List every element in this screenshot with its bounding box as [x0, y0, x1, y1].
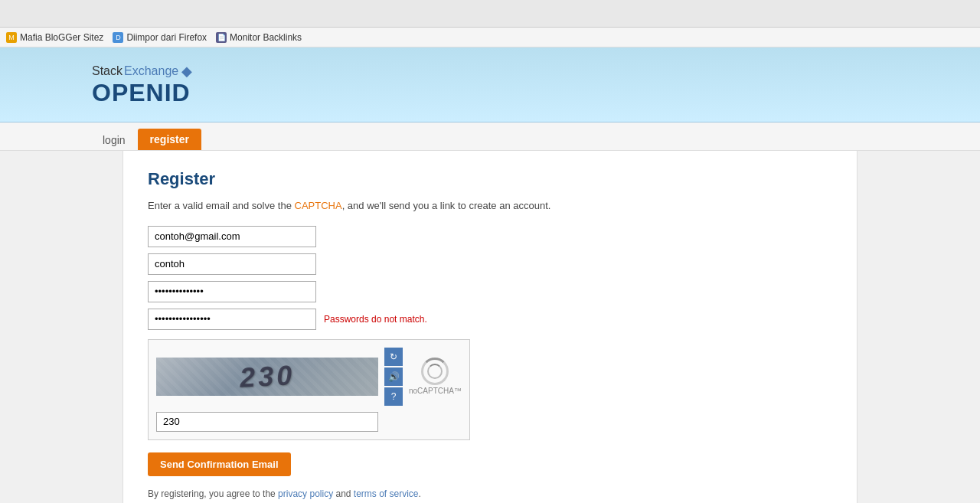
content-inner: Register Enter a valid email and solve t… [123, 151, 857, 503]
username-input[interactable] [148, 253, 316, 275]
logo-stack-text: Stack [92, 64, 122, 78]
terms-of-service-link[interactable]: terms of service [354, 488, 419, 499]
captcha-controls: ↻ 🔊 ? [384, 348, 403, 406]
password-error-message: Passwords do not match. [324, 314, 427, 325]
bookmark-diimpor-icon: D [113, 32, 123, 43]
captcha-container: 230 ↻ 🔊 ? noCAPTCHA™ [148, 339, 470, 440]
nav-tabs: login register [0, 122, 980, 151]
legal-text-2: and [333, 488, 354, 499]
captcha-refresh-button[interactable]: ↻ [384, 348, 403, 366]
email-field-wrapper [148, 226, 832, 247]
recaptcha-logo: noCAPTCHA™ [409, 358, 462, 395]
site-logo: StackExchange◆ OPENID [92, 63, 980, 106]
bookmark-diimpor[interactable]: D Diimpor dari Firefox [113, 32, 207, 43]
page-wrapper: StackExchange◆ OPENID login register Reg… [0, 47, 980, 503]
recaptcha-label: noCAPTCHA™ [409, 387, 462, 395]
captcha-display-number: 230 [239, 359, 296, 394]
bookmark-monitor-icon: 📄 [216, 32, 227, 43]
logo-top: StackExchange◆ [92, 63, 192, 80]
logo-diamond-icon: ◆ [181, 63, 192, 80]
captcha-input[interactable] [156, 412, 378, 432]
recaptcha-icon [421, 358, 449, 385]
submit-button[interactable]: Send Confirmation Email [148, 452, 291, 476]
submit-wrapper: Send Confirmation Email [148, 449, 832, 488]
intro-text: Enter a valid email and solve the CAPTCH… [148, 198, 832, 214]
captcha-audio-button[interactable]: 🔊 [384, 367, 403, 386]
tab-register[interactable]: register [138, 129, 201, 150]
bookmark-mafia-icon: M [6, 32, 17, 43]
captcha-image: 230 [156, 358, 378, 396]
bookmark-monitor-label: Monitor Backlinks [230, 32, 302, 43]
confirm-password-input[interactable] [148, 309, 316, 330]
intro-captcha-word: CAPTCHA [295, 200, 342, 211]
tab-login[interactable]: login [92, 130, 136, 150]
bookmark-diimpor-label: Diimpor dari Firefox [126, 32, 207, 43]
logo-openid-text: OPENID [92, 80, 191, 106]
captcha-help-button[interactable]: ? [384, 387, 403, 406]
legal-text-1: By registering, you agree to the [148, 488, 278, 499]
email-input[interactable] [148, 226, 316, 247]
browser-toolbar [0, 0, 980, 28]
bookmark-mafia-label: Mafia BloGGer Sitez [20, 32, 103, 43]
content-outer: Register Enter a valid email and solve t… [122, 151, 858, 503]
intro-text-2: , and we'll send you a link to create an… [342, 200, 551, 211]
bookmark-bar: M Mafia BloGGer Sitez D Diimpor dari Fir… [0, 28, 980, 47]
legal-text: By registering, you agree to the privacy… [148, 488, 832, 499]
logo-exchange-text: Exchange [124, 64, 178, 78]
captcha-row: 230 ↻ 🔊 ? noCAPTCHA™ [156, 348, 462, 406]
privacy-policy-link[interactable]: privacy policy [278, 488, 333, 499]
site-header: StackExchange◆ OPENID [0, 47, 980, 122]
password-field-wrapper [148, 281, 832, 302]
legal-text-3: . [419, 488, 421, 499]
username-field-wrapper [148, 253, 832, 275]
bookmark-mafia[interactable]: M Mafia BloGGer Sitez [6, 32, 103, 43]
password-input[interactable] [148, 281, 316, 302]
intro-text-1: Enter a valid email and solve the [148, 200, 295, 211]
page-title: Register [148, 169, 832, 189]
bookmark-monitor[interactable]: 📄 Monitor Backlinks [216, 32, 302, 43]
confirm-password-field-wrapper: Passwords do not match. [148, 309, 832, 330]
